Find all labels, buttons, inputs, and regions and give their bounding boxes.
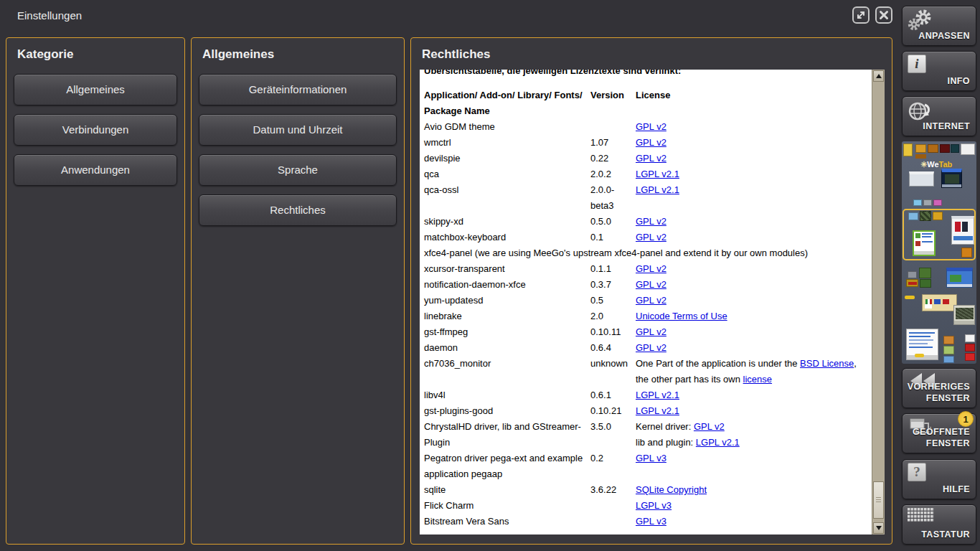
app-thumbnail: [913, 230, 936, 256]
version-cell: [590, 119, 636, 135]
scrollbar-up-button[interactable]: [873, 70, 884, 82]
table-header-row: Application/ Add-on/ Library/ Fonts/ Pac…: [424, 88, 867, 119]
table-row: Pegatron driver pega-ext and example app…: [424, 451, 867, 482]
workspace-2-active[interactable]: [903, 209, 976, 260]
license-link[interactable]: license: [743, 374, 772, 385]
table-row: qca2.0.2LGPL v2.1: [424, 166, 867, 182]
sidebar-button-internet[interactable]: INTERNET: [902, 96, 976, 136]
table-row: notification-daemon-xfce0.3.7GPL v2: [424, 277, 867, 293]
license-link[interactable]: LGPL v2.1: [636, 184, 679, 195]
version-cell: 0.5.0: [590, 214, 636, 230]
license-link[interactable]: LGPL v2.1: [636, 405, 679, 416]
app-thumbnail: [922, 294, 957, 311]
license-link[interactable]: GPL v2: [636, 137, 666, 148]
sidebar-button-label: INFO: [948, 75, 970, 87]
app-thumbnail: [965, 344, 975, 352]
sidebar-button-anpassen[interactable]: ANPASSEN: [902, 6, 976, 46]
license-link[interactable]: GPL v2: [636, 326, 666, 337]
license-link[interactable]: GPL v2: [636, 232, 666, 242]
grip-icon: [876, 497, 881, 503]
rechtliches-panel: Rechtliches Übersichtstabelle, die jewei…: [410, 37, 892, 545]
allgemeines-button-sprache[interactable]: Sprache: [199, 154, 397, 186]
license-link[interactable]: GPL v2: [636, 121, 666, 132]
allgemeines-button-rechtliches[interactable]: Rechtliches: [199, 194, 397, 226]
workspace-pager: ✳WeTab: [902, 141, 976, 364]
table-row: xfce4-panel (we are using MeeGo's upstre…: [424, 245, 867, 261]
sidebar-button-hilfe[interactable]: ? HILFE: [902, 459, 976, 499]
kategorie-button-anwendungen[interactable]: Anwendungen: [14, 154, 177, 186]
kategorie-panel: Kategorie Allgemeines Verbindungen Anwen…: [6, 37, 185, 545]
version-cell: 3.5.0: [590, 419, 636, 451]
package-name-cell: Avio GDM theme: [424, 119, 590, 135]
license-link[interactable]: GPL v2: [636, 342, 666, 353]
license-cell: LGPL v2.1: [636, 387, 867, 403]
license-link[interactable]: GPL v2: [636, 216, 666, 227]
sidebar-button-info[interactable]: i INFO: [902, 51, 976, 91]
license-link[interactable]: GPL v2: [636, 263, 666, 274]
license-link[interactable]: LGPL v2.1: [696, 437, 740, 448]
package-name-cell: sqlite: [424, 482, 590, 498]
license-text: Übersichtstabelle, die jeweiligen Lizenz…: [424, 70, 867, 529]
license-table: Application/ Add-on/ Library/ Fonts/ Pac…: [424, 88, 867, 529]
table-row: Avio GDM themeGPL v2: [424, 119, 867, 135]
license-link[interactable]: LGPL v2.1: [636, 390, 679, 400]
app-thumbnail: [908, 271, 917, 278]
sidebar-button-label: TASTATUR: [921, 529, 970, 540]
license-cell: One Part of the application is under the…: [636, 356, 867, 387]
scrollbar[interactable]: [872, 70, 885, 534]
kategorie-button-verbindungen[interactable]: Verbindungen: [14, 114, 177, 146]
license-cell: GPL v2: [636, 151, 867, 166]
table-row: Flick CharmLGPL v3: [424, 498, 867, 514]
license-cell: GPL v2: [636, 340, 867, 356]
license-cell: LGPL v2.1: [636, 182, 867, 214]
rechtliches-panel-title: Rechtliches: [411, 38, 892, 74]
license-link[interactable]: GPL v2: [636, 153, 666, 164]
table-row: linebrake2.0Unicode Terms of Use: [424, 309, 867, 324]
app-thumbnail: [915, 144, 926, 153]
workspace-3[interactable]: [902, 262, 976, 364]
app-thumbnail: [943, 336, 954, 344]
license-link[interactable]: GPL v3: [636, 453, 666, 463]
package-name-cell: ChrystalHD driver, lib and GStreamer-Plu…: [424, 419, 590, 451]
maximize-button[interactable]: [852, 6, 870, 24]
open-windows-count-badge: 1: [958, 411, 974, 427]
table-row: skippy-xd0.5.0GPL v2: [424, 214, 867, 230]
license-link[interactable]: GPL v2: [636, 295, 666, 306]
workspace-1[interactable]: ✳WeTab: [902, 141, 976, 208]
table-row: xcursor-transparent0.1.1GPL v2: [424, 261, 867, 277]
package-name-cell: notification-daemon-xfce: [424, 277, 590, 293]
package-name-cell: xfce4-panel (we are using MeeGo's upstre…: [424, 245, 867, 261]
license-link[interactable]: SQLite Copyright: [636, 484, 707, 495]
info-icon: i: [908, 55, 926, 73]
allgemeines-panel-title: Allgemeines: [192, 38, 404, 74]
allgemeines-button-geraeteinformationen[interactable]: Geräteinformationen: [199, 74, 397, 105]
app-thumbnail: [919, 268, 931, 278]
license-link[interactable]: LGPL v2.1: [636, 169, 679, 179]
license-link[interactable]: Unicode Terms of Use: [636, 311, 727, 321]
sidebar-button-label: INTERNET: [923, 121, 970, 132]
kategorie-button-allgemeines[interactable]: Allgemeines: [14, 74, 177, 105]
scrollbar-down-button[interactable]: [873, 522, 884, 534]
app-thumbnail: [946, 268, 973, 288]
table-row: gst-plugins-good0.10.21LGPL v2.1: [424, 403, 867, 419]
sidebar-button-tastatur[interactable]: TASTATUR: [902, 504, 976, 545]
version-cell: [590, 498, 636, 514]
arrow-down-icon: [876, 526, 882, 530]
allgemeines-button-datum-und-uhrzeit[interactable]: Datum und Uhrzeit: [199, 114, 397, 146]
close-icon: [878, 9, 890, 21]
sidebar-button-vorheriges-fenster[interactable]: VORHERIGES FENSTER: [902, 368, 976, 408]
license-link[interactable]: GPL v3: [636, 516, 666, 527]
scrollbar-thumb[interactable]: [873, 481, 884, 519]
package-name-cell: Flick Charm: [424, 498, 590, 514]
license-link[interactable]: BSD License: [800, 358, 854, 369]
app-thumbnail: [943, 356, 954, 363]
license-link[interactable]: LGPL v3: [636, 500, 672, 511]
license-link[interactable]: GPL v2: [694, 421, 725, 432]
column-header-version: Version: [590, 88, 636, 119]
table-row: Bitstream Vera SansGPL v3: [424, 514, 867, 529]
sidebar-button-geoeffnete-fenster[interactable]: 1 GEÖFFNETE FENSTER: [902, 413, 976, 453]
app-thumbnail: [965, 353, 975, 361]
close-button[interactable]: [875, 6, 892, 24]
license-link[interactable]: GPL v2: [636, 279, 666, 290]
license-cell: GPL v2: [636, 261, 867, 277]
